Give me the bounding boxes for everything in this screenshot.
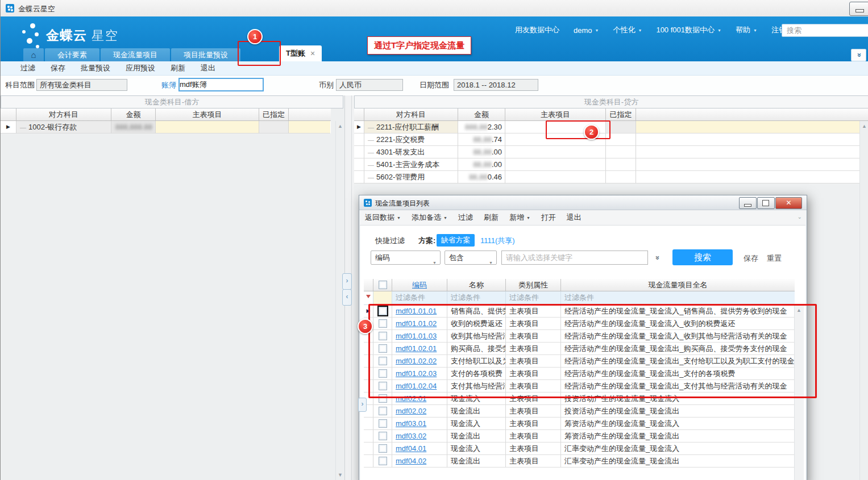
dialog-toolbar-item[interactable]: 新增 ▼ [509,212,530,223]
row-checkbox[interactable] [379,432,387,440]
reset-link[interactable]: 重置 [767,253,782,264]
extra-cell[interactable] [636,133,868,146]
cash-flow-item-row[interactable]: ▶ mdf04.01 现金流入 主表项目 汇率变动产生的现金流量_现金流入 [364,443,795,455]
header-menu-item[interactable]: 个性化 ▼ [613,25,642,35]
search-button[interactable]: 搜索 [672,249,733,265]
cash-flow-item-row[interactable]: ▶ mdf02.02 现金流出 主表项目 投资活动产生的现金流量_现金流出 [364,405,795,418]
item-code-link[interactable]: mdf04.02 [396,457,426,465]
cash-flow-item-row[interactable]: ▶ mdf03.01 现金流入 主表项目 筹资活动产生的现金流量_现金流入 [364,418,795,430]
filter-operator-select[interactable]: 包含 ▼ [445,251,497,265]
collapse-tabs-button[interactable]: « [851,49,866,61]
toolbar-item[interactable]: 过滤 [20,63,35,73]
debit-table-row[interactable]: ▶ —1002-银行存款 888,888.88 [1,121,331,133]
dialog-icon [364,199,372,207]
scroll-up-icon[interactable]: ▲ [337,123,343,129]
credit-table-row[interactable]: ▶ —2211-应付职工薪酬 888,882.30 [354,121,868,133]
tab-item[interactable]: 项目批量预设 [171,48,240,61]
scroll-up-icon[interactable]: ▲ [861,123,867,129]
save-link[interactable]: 保存 [744,253,758,264]
extra-cell[interactable] [289,121,330,133]
shared-scheme-link[interactable]: 1111(共享) [480,236,515,246]
item-code-link[interactable]: mdf03.01 [396,419,426,428]
main-item-cell[interactable] [156,121,259,133]
dialog-toolbar-item[interactable]: 返回数据 ▼ [365,212,401,223]
collapse-left-button[interactable]: ‹ [342,289,352,306]
credit-table-row[interactable]: ▶ —5401-主营业务成本 88,88.00 [354,158,868,171]
account-book-label[interactable]: 账簿 [161,80,176,90]
toolbar-item[interactable]: 批量预设 [81,63,110,73]
toolbar-item[interactable]: 刷新 [171,63,185,73]
subject-range-field[interactable]: 所有现金类科目 [36,79,127,91]
account-book-input[interactable] [180,79,263,90]
dialog-toolbar-item[interactable]: 退出 ▼ [567,212,582,223]
dialog-maximize-button[interactable] [757,197,775,209]
cash-flow-item-row[interactable]: ▶ mdf04.02 现金流出 主表项目 汇率变动产生的现金流量_现金流出 [364,455,795,468]
credit-table-row[interactable]: ▶ —4301-研发支出 88,88.00 [354,146,868,158]
tab-item[interactable]: 会计要素 [45,48,99,61]
credit-table-row[interactable]: ▶ —2221-应交税费 88,88.74 [354,133,868,146]
scroll-down-icon[interactable]: ▼ [337,472,343,478]
main-item-cell[interactable] [505,171,606,183]
expand-panel-button[interactable]: › [358,398,367,412]
global-search-input[interactable] [782,24,868,36]
currency-field[interactable]: 人民币 [336,79,403,91]
expand-right-button[interactable]: › [342,273,352,290]
row-checkbox[interactable] [379,419,387,428]
extra-cell[interactable] [636,158,868,171]
select-all-checkbox[interactable] [379,281,387,289]
logo-text-sub: 星空 [92,27,119,44]
dialog-toolbar-item[interactable]: 打开 ▼ [541,212,556,223]
header-menu-item[interactable]: demo ▼ [574,26,599,35]
row-checkbox[interactable] [379,407,387,415]
toolbar-more-icon[interactable]: ⌄ [798,214,802,220]
credit-scrollbar[interactable]: ▲ [859,121,868,480]
toolbar-item[interactable]: 退出 [201,63,215,73]
default-scheme-button[interactable]: 缺省方案 [437,234,475,247]
date-range-field[interactable]: 2018.1 -- 2018.12 [454,79,538,91]
filter-cell-name[interactable]: 过滤条件 [447,291,506,304]
item-code-link[interactable]: mdf04.01 [396,444,426,453]
item-code-link[interactable]: mdf03.02 [396,432,426,440]
filter-cell-category[interactable]: 过滤条件 [506,291,561,304]
dialog-toolbar-item[interactable]: 刷新 ▼ [484,212,499,223]
filter-cell-code[interactable]: 过滤条件 [392,291,447,304]
tab-t-account-active[interactable]: T型账 × [279,45,322,61]
extra-cell[interactable] [636,121,868,133]
toolbar-item[interactable]: 保存 [51,63,65,73]
toolbar-item[interactable]: 应用预设 [126,63,155,73]
column-header-full-name: 现金流量项目全名 [561,279,795,291]
item-code-link[interactable]: mdf02.02 [396,407,426,415]
dialog-toolbar-item[interactable]: 过滤 ▼ [458,212,473,223]
tab-item[interactable]: 现金流量项目 [101,48,170,61]
header-menu-item[interactable]: 帮助 ▼ [736,25,757,35]
dialog-minimize-button[interactable] [739,197,757,209]
extra-cell[interactable] [636,146,868,158]
main-item-cell[interactable] [505,158,606,171]
tab-close-icon[interactable]: × [310,45,315,61]
credit-table-row[interactable]: ▶ —5602-管理费用 88,880.46 [354,171,868,183]
dialog-toolbar-item[interactable]: 添加备选 ▼ [412,212,447,223]
logo-text-main: 金蝶云 [46,27,87,44]
filter-cell-checkbox[interactable] [373,291,392,304]
tree-dash-icon: — [368,174,374,181]
main-item-cell[interactable] [505,146,606,158]
extra-cell[interactable] [636,171,868,183]
header-menu-item[interactable]: 用友数据中心 ▼ [515,25,559,35]
keyword-input[interactable] [502,251,647,264]
filter-field-select[interactable]: 编码 ▼ [371,251,441,265]
header-menu-item[interactable]: 100 f001数据中心 ▼ [656,25,721,35]
filter-cell-full-name[interactable]: 过滤条件 [561,291,795,304]
dialog-titlebar[interactable]: 现金流量项目列表 ✕ [359,195,807,210]
cash-flow-item-row[interactable]: ▶ mdf03.02 现金流出 主表项目 筹资活动产生的现金流量_现金流出 [364,430,795,443]
row-checkbox[interactable] [379,457,387,465]
row-checkbox[interactable] [379,444,387,453]
dialog-close-button[interactable]: ✕ [775,197,802,209]
current-row-arrow-icon: ▶ [357,124,361,130]
column-header-code[interactable]: 编码 [392,279,447,291]
inactive-tabs: 会计要素 现金流量项目 项目批量预设 [45,48,240,61]
annotation-box-3 [368,304,817,398]
expand-filter-button[interactable]: « [655,252,659,264]
credit-table-rows: ▶ —2211-应付职工薪酬 888,882.30 ▶ —2221-应交税费 8… [354,121,868,183]
tab-home[interactable]: ⌂ [23,48,44,61]
minimize-button[interactable] [849,2,868,16]
